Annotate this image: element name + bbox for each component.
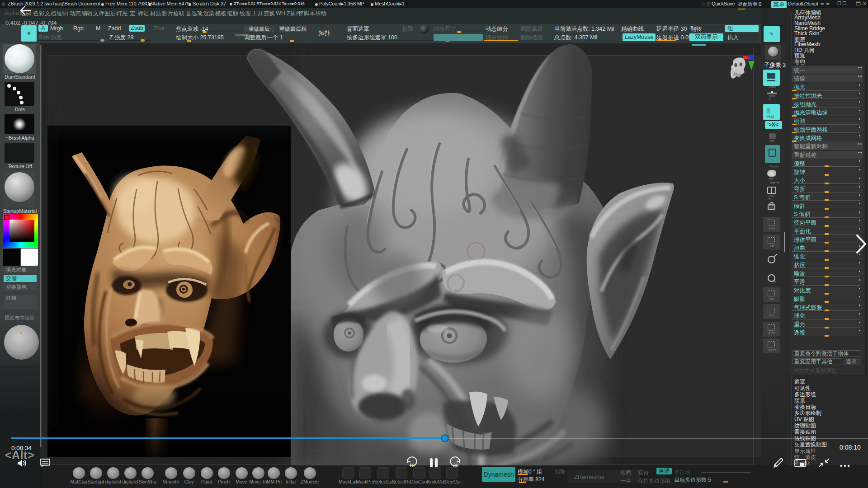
svg-text:10: 10 [409,463,415,468]
svg-text:30: 30 [453,463,458,468]
